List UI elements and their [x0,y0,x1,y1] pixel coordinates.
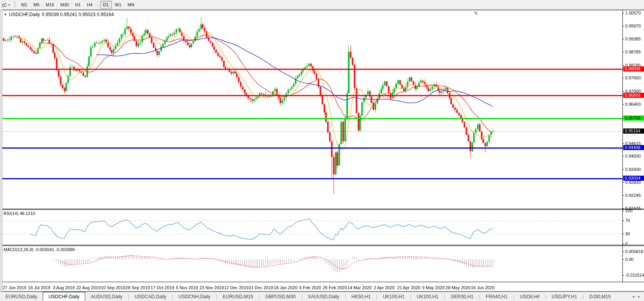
tab-scroll-left-icon[interactable]: ◂ [632,294,634,299]
date-tick-label: 12 Dec 2019 [224,285,248,290]
rsi-tick-label: 100 [625,208,632,213]
macd-tick-label: -0.011514 [625,273,644,277]
date-tick-label: 28 Sep 2019 [126,285,150,290]
timeframe-button-h1[interactable]: H1 [72,1,84,9]
timeframe-button-m1[interactable]: M1 [18,1,30,9]
date-tick-label: 25 Feb 2020 [323,285,347,290]
current-price-chip: 0.95164 [623,128,644,134]
level-price-chip-0.93004[interactable]: 0.93004 [623,176,644,181]
chart-title: ▼ USDCHF,Daily 0.95039 0.95241 0.95023 0… [4,12,114,17]
date-tick-label: 5 Nov 2019 [176,285,198,290]
date-tick-label: 6 Feb 2020 [299,285,321,290]
chart-tab-uk100-h1[interactable]: UK100,H1 [377,292,410,301]
toolbar-grip-handle[interactable] [14,1,16,8]
date-tick-label: 27 Jun 2019 [3,285,27,290]
timeframes-toolbar: ▾ M1M5M15M30H1H4D1W1MN [0,0,644,10]
timeframe-button-m15[interactable]: M15 [43,1,57,9]
date-tick-label: 3 Aug 2019 [53,285,75,290]
chart-tab-eurusd-m15[interactable]: EURUSD,M15 [217,292,258,301]
price-tick-label: 0.96400 [625,102,641,106]
price-tick-label: 0.92245 [625,193,641,198]
date-tick-label: 21 Apr 2020 [397,285,420,290]
macd-tick-label: 0.00 [625,257,633,262]
chart-tab-eurusd-daily[interactable]: EURUSD,Daily [0,292,43,301]
date-tick-label: 16 Jun 2020 [471,285,495,290]
date-tick-label: 2 Apr 2020 [374,285,394,290]
chart-tab-audusd-daily[interactable]: AUDUSD,Daily [85,292,128,301]
rsi-tick-label: 70 [625,218,630,223]
rsi-tick-label: 0 [625,241,628,246]
chart-tab-fra40-h1[interactable]: FRA40,H1 [480,292,513,301]
timeframe-button-m5[interactable]: M5 [30,1,42,9]
chart-tab-uk100-h1[interactable]: UK100,H1 [411,292,444,301]
date-tick-label: 17 Oct 2019 [151,285,174,290]
chart-shift-marker[interactable]: ◥ [473,10,477,16]
chart-tab-usdjpy-h1[interactable]: USDJPY,H1 [546,292,582,301]
chart-tab-hk50-h1[interactable]: HK50,H1 [346,292,376,301]
chevron-down-icon[interactable]: ▾ [8,3,10,7]
timeframe-button-m30[interactable]: M30 [57,1,72,9]
date-tick-label: 14 Mar 2020 [347,285,372,290]
toolbar-separator [98,1,98,8]
price-tick-label: 0.99970 [625,24,641,28]
macd-tick-label: 0.005818 [625,249,643,254]
tab-scroll-arrows: ◂ ▸ [632,292,644,301]
chart-tab-usdchf-daily[interactable]: USDCHF,Daily [43,292,86,301]
chart-tab-gbpusd-m30[interactable]: GBPUSD,M30 [260,292,301,301]
price-tick-label: 0.99385 [625,37,641,41]
chart-tab-usdcnh-daily[interactable]: USDCNH,Daily [173,292,216,301]
tab-scroll-right-icon[interactable]: ▸ [638,294,640,299]
timeframe-button-w1[interactable]: W1 [112,1,125,9]
chart-type-icon [1,2,7,8]
chart-tabbar: EURUSD,DailyUSDCHF,DailyAUDUSD,Daily|USD… [0,292,644,301]
date-tick-label: 23 Nov 2019 [199,285,224,290]
date-tick-label: 10 Sep 2019 [101,285,125,290]
level-price-chip-0.94408[interactable]: 0.94408 [623,145,644,150]
chart-tab-xauusd-daily[interactable]: XAUUSD,Daily [302,292,345,301]
timeframe-buttons: M1M5M15M30H1H4D1W1MN [18,1,137,9]
chart-tab-usoil-h4[interactable]: USOil,H4 [514,292,545,301]
mt4-workspace: ▾ M1M5M15M30H1H4D1W1MN ▼ USDCHF,Daily 0.… [0,0,644,301]
chart-tab-dj30-m15[interactable]: DJ30,M15 [584,292,616,301]
chart-tools-button[interactable]: ▾ [1,2,11,8]
rsi-tick-label: 30 [625,231,630,236]
date-tick-label: 16 Jul 2019 [28,285,50,290]
chart-tabs: EURUSD,DailyUSDCHF,DailyAUDUSD,Daily|USD… [0,292,616,301]
chart-ohlc-values: 0.95039 0.95241 0.95023 0.95164 [42,12,114,17]
window-left-frame [0,10,2,292]
date-tick-label: 31 Dec 2019 [249,285,273,290]
date-tick-label: 18 Jan 2020 [274,285,298,290]
price-tick-label: 0.94030 [625,154,641,158]
chart-tab-usdcad-daily[interactable]: USDCAD,Daily [129,292,172,301]
macd-indicator-label: MACD(12,26,9) -0.003041 -0.003986 [4,247,75,252]
price-tick-label: 0.93430 [625,167,641,172]
level-price-chip-0.98008[interactable]: 0.98008 [623,66,644,72]
rsi-indicator-label: RSI(14) 48.1210 [4,211,35,216]
timeframe-button-d1[interactable]: D1 [100,1,112,9]
timeframe-button-h4[interactable]: H4 [84,1,95,9]
chart-symbol-label: USDCHF,Daily [9,12,40,17]
chart-window: ▼ USDCHF,Daily 0.95039 0.95241 0.95023 0… [0,10,644,292]
price-tick-label: 0.98785 [625,50,641,54]
date-tick-label: 28 May 2020 [446,285,471,290]
chart-tab-ger30-h1[interactable]: GER30,H1 [445,292,479,301]
chart-dropdown-icon[interactable]: ▼ [4,13,7,17]
timeframe-button-mn[interactable]: MN [124,1,137,9]
price-tick-label: 1.00570 [625,11,641,15]
level-price-chip-0.95758[interactable]: 0.95758 [623,116,644,121]
date-tick-label: 9 May 2020 [422,285,445,290]
price-chart-canvas[interactable] [0,10,644,292]
price-tick-label: 0.97600 [625,75,641,80]
level-price-chip-0.96803[interactable]: 0.96803 [623,93,644,98]
date-tick-label: 22 Aug 2019 [76,285,100,290]
